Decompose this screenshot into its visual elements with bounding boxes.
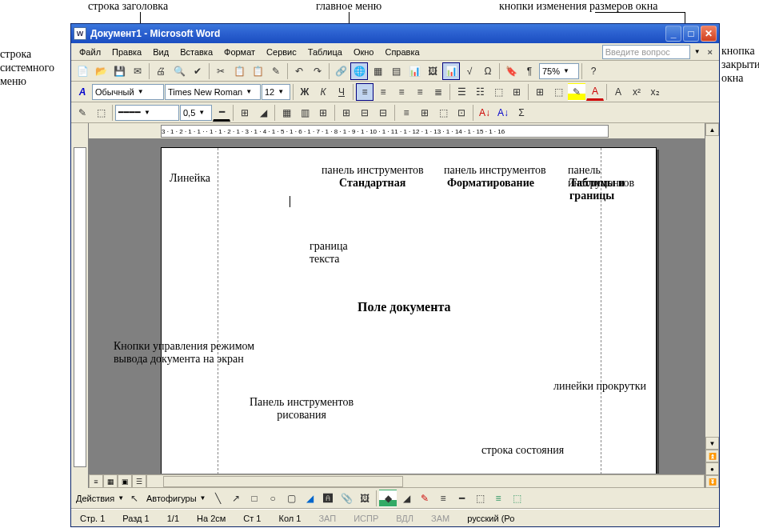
print-icon[interactable]: 🖨 <box>152 62 170 80</box>
line-color-icon[interactable]: ◢ <box>397 490 415 507</box>
size-combo[interactable]: 12▼ <box>262 84 290 100</box>
font-color-icon2[interactable]: ✎ <box>416 490 433 507</box>
style-combo[interactable]: Обычный▼ <box>92 84 164 100</box>
system-menu-icon[interactable]: W <box>74 27 86 40</box>
sort-asc-icon[interactable]: A↓ <box>476 104 493 122</box>
menu-format[interactable]: Формат <box>219 46 260 58</box>
status-lang[interactable]: русский (Ро <box>462 514 519 523</box>
spell-icon[interactable]: ✔ <box>189 62 206 80</box>
cut-icon[interactable]: ✂ <box>212 62 230 80</box>
autosum-icon[interactable]: Σ <box>513 104 530 122</box>
page[interactable]: Линейка панель инструментов Стандартная … <box>161 147 657 474</box>
vertical-scrollbar[interactable]: ▲ ▼ ⏫ ● ⏬ <box>705 123 719 488</box>
textbox-icon[interactable]: ▢ <box>282 490 300 507</box>
table-autoformat-icon[interactable]: ≡ <box>397 104 415 122</box>
status-rec[interactable]: ЗАП <box>314 514 341 523</box>
next-page-icon[interactable]: ⏬ <box>705 475 719 488</box>
align-right-icon[interactable]: ≡ <box>393 83 410 101</box>
menu-tools[interactable]: Сервис <box>262 46 302 58</box>
highlight-icon[interactable]: ✎ <box>568 83 585 101</box>
new-doc-icon[interactable]: 📄 <box>74 62 91 80</box>
menu-insert[interactable]: Вставка <box>175 46 218 58</box>
oval-icon[interactable]: ○ <box>264 490 282 507</box>
horizontal-ruler[interactable]: 3 · 1 · 2 · 1 · 1 · · 1 · 1 · 2 · 1 · 3 … <box>89 123 705 139</box>
menu-file[interactable]: Файл <box>74 46 106 58</box>
underline-button[interactable]: Ч <box>333 83 350 101</box>
align-justify-icon[interactable]: ≡ <box>411 83 429 101</box>
drawing-actions-menu[interactable]: Действия▼ <box>74 490 125 506</box>
scroll-up-icon[interactable]: ▲ <box>705 123 719 136</box>
border-style-icon[interactable]: ⬚ <box>549 83 567 101</box>
bullets-icon[interactable]: ☷ <box>471 83 489 101</box>
symbol-icon[interactable]: Ω <box>479 62 497 80</box>
numbering-icon[interactable]: ☰ <box>453 83 470 101</box>
line-style-combo[interactable]: ━━━━▼ <box>115 105 179 121</box>
align-left-icon[interactable]: ≡ <box>356 83 374 101</box>
font-combo[interactable]: Times New Roman▼ <box>165 84 261 100</box>
show-formatting-icon[interactable]: ¶ <box>521 62 538 80</box>
mail-icon[interactable]: ✉ <box>129 62 146 80</box>
border-icon[interactable]: ⊞ <box>236 104 254 122</box>
border-color-icon[interactable]: ━ <box>213 104 230 122</box>
menu-edit[interactable]: Правка <box>107 46 146 58</box>
increase-indent-icon[interactable]: ⊞ <box>508 83 525 101</box>
view-web-icon[interactable]: ▦ <box>103 474 118 488</box>
dash-style-icon[interactable]: ━ <box>453 490 470 507</box>
browse-object-icon[interactable]: ● <box>705 462 719 475</box>
decrease-indent-icon[interactable]: ⬚ <box>489 83 507 101</box>
autoshapes-menu[interactable]: Автофигуры▼ <box>144 490 208 506</box>
three-d-icon[interactable]: ⬚ <box>508 490 525 507</box>
distribute-rows-icon[interactable]: ⊟ <box>356 104 374 122</box>
font-color-icon[interactable]: A <box>586 83 604 101</box>
status-ovr[interactable]: ЗАМ <box>426 514 454 523</box>
maximize-button[interactable]: □ <box>683 26 699 42</box>
menu-view[interactable]: Вид <box>148 46 174 58</box>
align-cells-icon[interactable]: ⊞ <box>338 104 355 122</box>
vertical-ruler[interactable] <box>71 123 89 488</box>
split-cells-icon[interactable]: ⊞ <box>314 104 332 122</box>
menu-table[interactable]: Таблица <box>303 46 347 58</box>
insert-table-icon[interactable]: ▤ <box>387 62 405 80</box>
merge-cells-icon[interactable]: ▥ <box>296 104 314 122</box>
arrow-style-icon[interactable]: ⬚ <box>471 490 489 507</box>
table-grid-icon[interactable]: ⊡ <box>453 104 470 122</box>
help-icon[interactable]: ? <box>585 62 602 80</box>
view-normal-icon[interactable]: ≡ <box>89 474 103 488</box>
paste-icon[interactable]: 📋 <box>249 62 266 80</box>
styles-pane-icon[interactable]: A <box>74 83 91 101</box>
line-weight-combo[interactable]: 0,5▼ <box>180 105 212 121</box>
excel-icon[interactable]: 📊 <box>405 62 423 80</box>
zoom-combo[interactable]: 75%▼ <box>539 63 579 79</box>
select-objects-icon[interactable]: ↖ <box>126 490 143 507</box>
superscript-icon[interactable]: x² <box>628 83 645 101</box>
tables-borders-icon[interactable]: ▦ <box>369 62 386 80</box>
line-spacing-icon[interactable]: ≣ <box>429 83 447 101</box>
shading-color-icon[interactable]: ◢ <box>254 104 272 122</box>
status-trk[interactable]: ИСПР <box>349 514 383 523</box>
shadow-icon[interactable]: ≡ <box>489 490 507 507</box>
undo-icon[interactable]: ↶ <box>290 62 308 80</box>
menu-help[interactable]: Справка <box>380 46 424 58</box>
scroll-down-icon[interactable]: ▼ <box>705 437 719 450</box>
line-style-icon[interactable]: ≡ <box>434 490 452 507</box>
arrow-icon[interactable]: ↗ <box>227 490 245 507</box>
insert-table-icon2[interactable]: ▦ <box>278 104 295 122</box>
clipart-icon[interactable]: 📎 <box>338 490 355 507</box>
copy-icon[interactable]: 📋 <box>230 62 248 80</box>
status-ext[interactable]: ВДЛ <box>391 514 418 523</box>
italic-button[interactable]: К <box>314 83 332 101</box>
align-center-icon[interactable]: ≡ <box>374 83 392 101</box>
distribute-cols-icon[interactable]: ⊟ <box>374 104 392 122</box>
ask-question-box[interactable]: Введите вопрос <box>602 45 690 59</box>
draw-table-icon[interactable]: ✎ <box>74 104 91 122</box>
change-direction-icon[interactable]: ⊞ <box>416 104 433 122</box>
preview-icon[interactable]: 🔍 <box>170 62 188 80</box>
view-outline-icon[interactable]: ☰ <box>132 474 146 488</box>
picture-icon[interactable]: 🖼 <box>356 490 374 507</box>
line-icon[interactable]: ╲ <box>209 490 226 507</box>
diagram-icon[interactable]: 🅰 <box>319 490 337 507</box>
save-icon[interactable]: 💾 <box>110 62 128 80</box>
document-close-button[interactable]: × <box>705 46 716 58</box>
document-canvas[interactable]: Линейка панель инструментов Стандартная … <box>89 139 705 474</box>
document-map-icon[interactable]: 🔖 <box>502 62 520 80</box>
